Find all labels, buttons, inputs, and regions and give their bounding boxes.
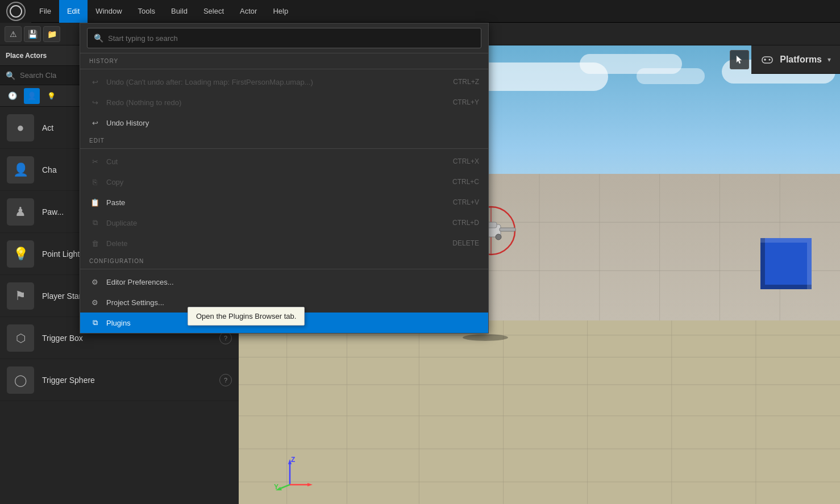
svg-point-33 xyxy=(496,234,501,240)
ue-logo-circle xyxy=(6,2,26,21)
tab-lights[interactable]: 💡 xyxy=(43,88,59,104)
warn-icon: ⚠ xyxy=(10,30,17,39)
actor-sphere-icon: ● xyxy=(16,120,24,135)
history-divider xyxy=(80,69,488,69)
delete-icon: 🗑 xyxy=(89,238,101,249)
menu-bar: File Edit Window Tools Build Select Acto… xyxy=(0,0,840,23)
actor-name-paw: Paw... xyxy=(42,207,64,216)
undo-history-label: Undo History xyxy=(106,119,149,127)
dropdown-search-icon: 🔍 xyxy=(94,34,103,43)
actor-triggersphere-icon: ◯ xyxy=(14,373,27,387)
actor-name-trigger-sphere: Trigger Sphere xyxy=(42,376,95,385)
menu-item-file[interactable]: File xyxy=(31,0,59,23)
folder-icon: 📁 xyxy=(47,30,57,39)
actor-icon-paw: ♟ xyxy=(7,198,34,226)
cursor-icon xyxy=(734,55,745,65)
blue-box xyxy=(760,238,812,289)
project-settings-icon: ⚙ xyxy=(89,297,101,308)
copy-icon: ⎘ xyxy=(89,176,101,188)
gamepad-icon xyxy=(760,53,774,66)
actor-name-act: Act xyxy=(42,123,53,132)
cloud-5 xyxy=(637,68,705,84)
place-actors-title: Place Actors xyxy=(6,52,47,60)
platforms-header: Platforms ▾ xyxy=(751,45,840,74)
actor-name-trigger-box: Trigger Box xyxy=(42,334,83,343)
menu-item-build[interactable]: Build xyxy=(163,0,196,23)
editor-prefs-label: Editor Preferences... xyxy=(106,278,174,286)
plugins-label: Plugins xyxy=(106,319,131,327)
redo-shortcut: CTRL+Y xyxy=(453,98,479,106)
actor-row-trigger-sphere[interactable]: ◯ Trigger Sphere ? xyxy=(0,359,239,401)
menu-item-help[interactable]: Help xyxy=(265,0,296,23)
select-mode-btn[interactable] xyxy=(730,50,749,69)
actor-name-player-start: Player Start xyxy=(42,291,84,301)
copy-label: Copy xyxy=(106,178,123,186)
config-section-label: CONFIGURATION xyxy=(80,253,488,266)
menu-item-duplicate[interactable]: ⧉ Duplicate CTRL+D xyxy=(80,213,488,233)
menu-item-select[interactable]: Select xyxy=(196,0,232,23)
cut-label: Cut xyxy=(106,157,118,166)
actor-triggerbox-icon: ⬡ xyxy=(16,331,26,345)
duplicate-icon: ⧉ xyxy=(89,217,101,228)
actor-character-icon: 👤 xyxy=(13,163,28,177)
dropdown-search-wrapper: 🔍 xyxy=(80,23,488,53)
actor-icon-trigger-box: ⬡ xyxy=(7,324,34,352)
redo-label: Redo (Nothing to redo) xyxy=(106,98,181,107)
menu-item-delete[interactable]: 🗑 Delete DELETE xyxy=(80,233,488,253)
menu-item-redo[interactable]: ↪ Redo (Nothing to redo) CTRL+Y xyxy=(80,92,488,113)
menu-item-copy[interactable]: ⎘ Copy CTRL+C xyxy=(80,172,488,192)
tab-all-classes[interactable]: 👤 xyxy=(24,88,40,104)
edit-divider xyxy=(80,148,488,149)
svg-text:Y: Y xyxy=(274,483,278,490)
edit-section-label: EDIT xyxy=(80,133,488,146)
actor-pointlight-icon: 💡 xyxy=(13,247,28,261)
paste-shortcut: CTRL+V xyxy=(453,198,479,206)
menu-item-tools[interactable]: Tools xyxy=(130,0,163,23)
actor-icon-act: ● xyxy=(7,114,34,141)
axis-svg: Z Y xyxy=(273,456,318,490)
menu-items: File Edit Window Tools Build Select Acto… xyxy=(31,0,296,23)
toolbar-warn-btn[interactable]: ⚠ xyxy=(5,26,22,42)
ue-logo-inner xyxy=(10,5,22,18)
editor-prefs-icon: ⚙ xyxy=(89,276,101,288)
ue-logo xyxy=(0,0,31,23)
floor xyxy=(239,320,840,504)
actor-icon-cha: 👤 xyxy=(7,156,34,184)
cut-shortcut: CTRL+X xyxy=(453,157,479,165)
search-icon: 🔍 xyxy=(6,71,15,80)
tab-recently-placed[interactable]: 🕐 xyxy=(5,88,20,104)
undo-label: Undo (Can't undo after: Loading map: Fir… xyxy=(106,78,313,86)
drone-shadow xyxy=(463,334,508,341)
floor-grid xyxy=(239,320,840,504)
svg-rect-30 xyxy=(500,228,515,231)
menu-item-window[interactable]: Window xyxy=(88,0,130,23)
menu-item-actor[interactable]: Actor xyxy=(232,0,265,23)
menu-item-edit[interactable]: Edit xyxy=(59,0,88,23)
svg-point-53 xyxy=(769,59,771,60)
dropdown-search-input[interactable] xyxy=(87,28,481,48)
duplicate-label: Duplicate xyxy=(106,219,137,227)
menu-item-paste[interactable]: 📋 Paste CTRL+V xyxy=(80,192,488,213)
platforms-label: Platforms xyxy=(780,55,822,65)
menu-item-undo[interactable]: ↩ Undo (Can't undo after: Loading map: F… xyxy=(80,72,488,92)
delete-shortcut: DELETE xyxy=(452,239,479,247)
actor-icon-trigger-sphere: ◯ xyxy=(7,366,34,394)
paste-label: Paste xyxy=(106,198,125,207)
svg-rect-51 xyxy=(762,57,772,63)
config-divider xyxy=(80,269,488,269)
plugins-icon: ⧉ xyxy=(89,317,101,328)
menu-item-undo-history[interactable]: ↩ Undo History xyxy=(80,113,488,133)
actor-name-cha: Cha xyxy=(42,165,57,174)
platforms-chevron-icon: ▾ xyxy=(827,56,831,64)
menu-item-editor-prefs[interactable]: ⚙ Editor Preferences... xyxy=(80,272,488,292)
trigger-sphere-help[interactable]: ? xyxy=(219,374,232,386)
menu-item-cut[interactable]: ✂ Cut CTRL+X xyxy=(80,151,488,172)
delete-label: Delete xyxy=(106,239,128,248)
axis-indicator: Z Y xyxy=(273,456,318,493)
toolbar-folder-btn[interactable]: 📁 xyxy=(43,26,60,42)
actor-icon-point-light: 💡 xyxy=(7,240,34,268)
undo-icon: ↩ xyxy=(89,76,101,88)
tooltip-text: Open the Plugins Browser tab. xyxy=(196,312,296,320)
toolbar-save-btn[interactable]: 💾 xyxy=(24,26,41,42)
cut-icon: ✂ xyxy=(89,156,101,167)
